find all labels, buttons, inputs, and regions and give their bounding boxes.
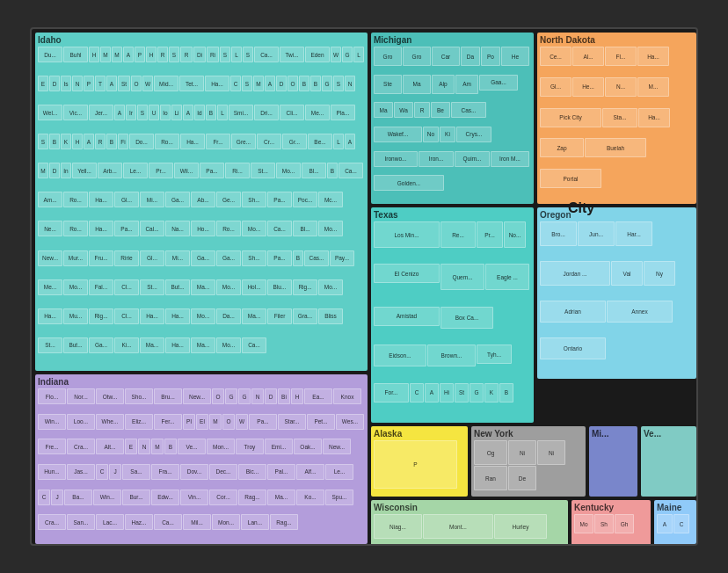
- cell: J: [109, 464, 121, 480]
- cell: Jas...: [67, 464, 95, 480]
- cell: Pla...: [331, 105, 355, 120]
- region-wisconsin: Wisconsin Niag... Mont... Hurley: [371, 500, 568, 546]
- indiana-cells: Flo... Nor... Otw... Sho... Bru... New..…: [38, 388, 365, 539]
- cell: B: [106, 134, 117, 149]
- cell: N: [138, 439, 150, 454]
- cell: St...: [38, 337, 62, 353]
- cell: S: [333, 76, 344, 91]
- region-michigan: Michigan Gro Gro Car Da Po He Ste Ma Alp…: [371, 33, 534, 204]
- cell: G: [225, 388, 237, 404]
- cell: Mi...: [140, 192, 164, 207]
- cell: Flo...: [38, 388, 66, 404]
- cell: S: [220, 47, 230, 62]
- cell: A: [114, 105, 125, 120]
- cell: H: [146, 47, 157, 62]
- region-kentucky-title: Kentucky: [574, 503, 648, 512]
- region-alaska-title: Alaska: [374, 429, 465, 439]
- cell: Ma...: [242, 308, 266, 324]
- cell: In: [61, 163, 71, 178]
- cell: A: [183, 105, 193, 120]
- cell: Hun...: [38, 464, 66, 480]
- cell: Quim...: [455, 151, 490, 167]
- cell: Ma...: [267, 490, 295, 505]
- cell: Ha...: [637, 47, 669, 66]
- cell: Wakef...: [374, 127, 422, 142]
- cell: Alf...: [296, 464, 324, 480]
- cell: Crys...: [456, 127, 491, 142]
- cell: Mi...: [165, 250, 190, 266]
- cell: R: [180, 47, 193, 62]
- cell: Gl...: [114, 192, 139, 207]
- cell: Gaa...: [479, 75, 518, 91]
- cell: Eidson...: [374, 345, 426, 366]
- cell: Brown...: [427, 345, 476, 366]
- cell: Adrian: [540, 301, 606, 323]
- cell: E: [38, 76, 48, 91]
- cell: O: [212, 388, 224, 404]
- region-oregon-title: Oregon: [540, 210, 694, 220]
- cell: Ha...: [89, 221, 113, 236]
- cell: Bru...: [154, 388, 182, 404]
- cell: Zap: [540, 138, 584, 157]
- cell: E: [125, 439, 137, 454]
- cell: St...: [140, 279, 164, 295]
- region-north-dakota: North Dakota Ce... Al... Fl... Ha... Gl.…: [537, 33, 696, 204]
- cell: G: [470, 383, 484, 403]
- cell: A: [265, 76, 275, 91]
- cell: Lan...: [241, 514, 269, 530]
- cell: Golden...: [374, 175, 444, 191]
- cell: S: [38, 134, 48, 149]
- cell: Cas...: [304, 250, 329, 266]
- cell: De: [508, 466, 536, 490]
- cell: Loo...: [67, 414, 95, 430]
- cell: A: [123, 47, 134, 62]
- cell: Fer...: [154, 414, 182, 430]
- cell: Ga...: [191, 250, 215, 266]
- cell: Quem...: [440, 264, 484, 290]
- cell: Pet...: [307, 414, 335, 430]
- cell: G: [238, 388, 251, 404]
- cell: N...: [605, 77, 637, 97]
- cell: J: [51, 490, 63, 505]
- cell: Ni: [508, 440, 536, 465]
- cell: Smi...: [229, 105, 253, 120]
- cell: Amistad: [374, 307, 440, 326]
- cell: Be...: [308, 134, 332, 149]
- cell: Sh...: [242, 192, 266, 207]
- cell: Eden: [305, 47, 330, 62]
- cell: Wil...: [174, 163, 199, 178]
- cell: Rig...: [293, 279, 317, 295]
- cell: Niag...: [374, 514, 422, 539]
- cell: M: [112, 47, 122, 62]
- cell: Am: [455, 75, 478, 94]
- cell: Me...: [38, 279, 62, 295]
- cell: Al...: [572, 47, 604, 66]
- cell: L: [231, 47, 242, 62]
- cell: L: [217, 105, 228, 120]
- cell: New...: [183, 388, 211, 404]
- region-mi-small-title: Mi...: [592, 429, 635, 439]
- cell: G: [342, 47, 353, 62]
- region-ve-small-title: Ve...: [644, 429, 694, 439]
- cell: L: [333, 134, 344, 149]
- region-alaska: Alaska P: [371, 426, 468, 497]
- cell: Oak...: [294, 439, 322, 454]
- cell: Ma...: [140, 337, 164, 353]
- cell: Ko...: [296, 490, 324, 505]
- cell: A: [425, 383, 439, 403]
- cell: Ca...: [339, 163, 363, 178]
- cell: Cl...: [114, 279, 139, 295]
- cell: Ironwo...: [374, 151, 418, 167]
- cell: For...: [374, 383, 409, 403]
- cell: D: [49, 163, 60, 178]
- cell: Ba...: [64, 490, 92, 505]
- cell: Tet...: [179, 76, 204, 91]
- cell: Na...: [165, 221, 190, 236]
- cell: Mon...: [212, 514, 240, 530]
- cell: St: [118, 76, 130, 91]
- cell: Og: [474, 440, 507, 465]
- cell: M: [209, 414, 222, 430]
- cell: Mo...: [216, 279, 241, 295]
- cell: S: [169, 47, 179, 62]
- cell: Ca...: [254, 47, 279, 62]
